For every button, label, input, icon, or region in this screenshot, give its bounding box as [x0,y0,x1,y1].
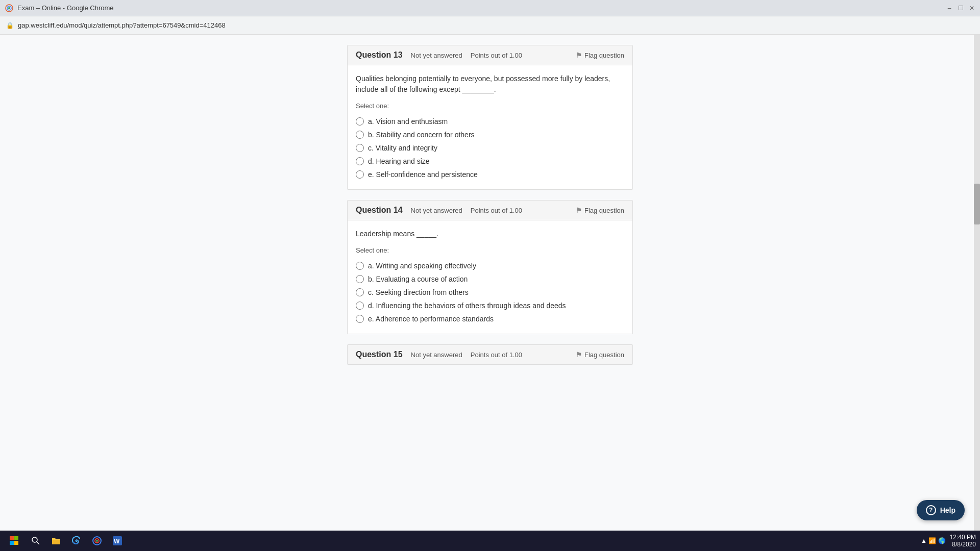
flag-question-14-button[interactable]: ⚑ Flag question [576,206,624,214]
chrome-icon [92,536,102,545]
question-13-header: Question 13 Not yet answered Points out … [348,45,632,65]
question-14-text: Leadership means _____. [356,229,624,239]
question-14-number: Question 14 [356,206,403,215]
browser-window: Exam – Online - Google Chrome – ☐ ✕ 🔒 ga… [0,0,980,551]
label-13-c[interactable]: c. Vitality and integrity [368,144,437,152]
answer-14-e: e. Adherence to performance standards [356,312,624,325]
question-13-number: Question 13 [356,51,403,60]
svg-point-2 [8,7,10,9]
address-bar: 🔒 gap.westcliff.edu/mod/quiz/attempt.php… [0,16,980,35]
search-button[interactable] [27,533,45,549]
word-button[interactable]: W [108,533,127,549]
edge-button[interactable] [67,533,86,549]
question-14-points: Points out of 1.00 [471,207,522,214]
start-button[interactable] [4,533,24,549]
question-13-body: Qualities belonging potentially to every… [348,65,632,189]
question-13-status: Not yet answered [411,52,462,59]
answer-13-b: b. Stability and concern for others [356,128,624,141]
help-label: Help [940,506,955,514]
svg-rect-3 [10,536,14,540]
radio-13-b[interactable] [356,131,364,139]
question-14-header: Question 14 Not yet answered Points out … [348,201,632,220]
radio-14-b[interactable] [356,275,364,283]
close-button[interactable]: ✕ [969,5,975,11]
folder-icon [52,537,61,545]
answer-14-b: b. Evaluating a course of action [356,272,624,286]
system-tray: ▲ 📶 🌎 [921,537,946,544]
radio-14-a[interactable] [356,262,364,270]
label-14-d[interactable]: d. Influencing the behaviors of others t… [368,302,566,310]
label-13-a[interactable]: a. Vision and enthusiasm [368,117,448,126]
flag-icon-15: ⚑ [576,350,582,359]
maximize-button[interactable]: ☐ [958,5,964,11]
svg-rect-4 [14,536,18,540]
radio-13-c[interactable] [356,144,364,152]
question-14-select-label: Select one: [356,246,624,254]
question-15-status: Not yet answered [411,351,462,359]
label-13-b[interactable]: b. Stability and concern for others [368,131,475,139]
answer-13-e: e. Self-confidence and persistence [356,168,624,181]
svg-rect-5 [10,541,14,545]
help-icon: ? [926,505,936,515]
svg-rect-6 [14,541,18,545]
answer-13-d: d. Hearing and size [356,155,624,168]
flag-icon-13: ⚑ [576,51,582,59]
radio-13-e[interactable] [356,170,364,179]
edge-icon [72,536,81,545]
svg-point-11 [96,540,98,542]
answer-14-d: d. Influencing the behaviors of others t… [356,299,624,312]
answer-13-c: c. Vitality and integrity [356,141,624,155]
label-14-a[interactable]: a. Writing and speaking effectively [368,262,476,270]
label-14-b[interactable]: b. Evaluating a course of action [368,275,468,283]
browser-title: Exam – Online - Google Chrome [17,4,946,12]
answer-13-a: a. Vision and enthusiasm [356,115,624,128]
svg-line-8 [37,542,39,544]
answer-14-c: c. Seeking direction from others [356,286,624,299]
radio-13-d[interactable] [356,157,364,165]
page-content: Question 13 Not yet answered Points out … [0,35,980,531]
label-13-e[interactable]: e. Self-confidence and persistence [368,170,478,179]
date-display: 8/8/2020 [950,541,976,548]
scrollbar-thumb[interactable] [974,184,980,224]
svg-point-7 [32,537,37,542]
help-button[interactable]: ? Help [917,500,965,520]
minimize-button[interactable]: – [946,5,952,11]
scrollbar[interactable] [974,35,980,531]
flag-question-14-label: Flag question [584,207,624,214]
flag-icon-14: ⚑ [576,206,582,214]
word-icon: W [113,536,122,545]
taskbar: W ▲ 📶 🌎 12:40 PM 8/8/2020 [0,531,980,551]
flag-question-15-button[interactable]: ⚑ Flag question [576,350,624,359]
url-display[interactable]: gap.westcliff.edu/mod/quiz/attempt.php?a… [18,21,226,29]
answer-14-a: a. Writing and speaking effectively [356,259,624,272]
radio-14-d[interactable] [356,302,364,310]
quiz-container: Question 13 Not yet answered Points out … [337,45,643,365]
browser-icon [5,4,13,12]
taskbar-clock: 12:40 PM 8/8/2020 [950,534,976,548]
windows-icon [10,536,19,545]
question-14-status: Not yet answered [411,207,462,214]
question-card-15: Question 15 Not yet answered Points out … [347,344,633,365]
taskbar-right: ▲ 📶 🌎 12:40 PM 8/8/2020 [921,534,976,548]
window-controls: – ☐ ✕ [946,5,975,11]
question-15-points: Points out of 1.00 [471,351,522,359]
label-14-c[interactable]: c. Seeking direction from others [368,288,469,296]
question-card-13: Question 13 Not yet answered Points out … [347,45,633,190]
chrome-button[interactable] [88,533,106,549]
file-explorer-button[interactable] [47,533,65,549]
question-card-14: Question 14 Not yet answered Points out … [347,200,633,334]
lock-icon: 🔒 [6,22,14,29]
question-13-points: Points out of 1.00 [471,52,522,59]
question-15-number: Question 15 [356,350,403,359]
flag-question-15-label: Flag question [584,351,624,359]
label-14-e[interactable]: e. Adherence to performance standards [368,315,494,323]
time-display: 12:40 PM [950,534,976,541]
radio-14-c[interactable] [356,288,364,296]
radio-13-a[interactable] [356,117,364,126]
question-14-body: Leadership means _____. Select one: a. W… [348,220,632,334]
search-icon [32,537,40,545]
flag-question-13-button[interactable]: ⚑ Flag question [576,51,624,59]
radio-14-e[interactable] [356,315,364,323]
label-13-d[interactable]: d. Hearing and size [368,157,430,165]
svg-text:W: W [114,538,120,545]
